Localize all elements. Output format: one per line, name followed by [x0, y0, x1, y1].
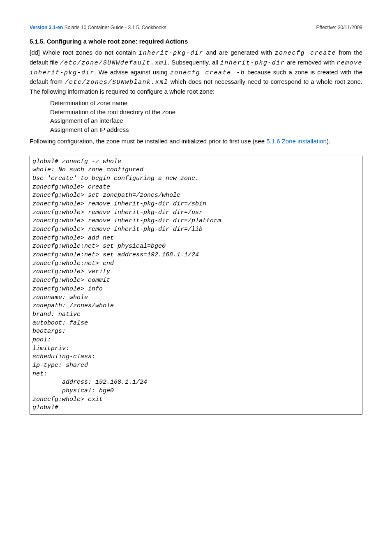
- list-item: Determination of zone name: [50, 99, 362, 108]
- section-heading: 5.1.5. Configuring a whole root zone: re…: [30, 38, 362, 45]
- list-item: Assignment of an IP address: [50, 125, 362, 134]
- page-container: Version 3.1-en Solaris 10 Container Guid…: [0, 0, 392, 555]
- header-title: Solaris 10 Container Guide - 3.1 5. Cook…: [65, 25, 166, 30]
- header-left: Version 3.1-en Solaris 10 Container Guid…: [30, 25, 166, 30]
- code-block: global# zonecfg -z whole whole: No such …: [30, 156, 362, 415]
- list-item: Assignment of an interface: [50, 116, 362, 125]
- paragraph-1: [dd] Whole root zones do not contain inh…: [30, 48, 362, 96]
- p1-text-f: . We advise against using: [95, 69, 170, 76]
- bullet-list: Determination of zone name Determination…: [30, 99, 362, 134]
- p2-text-a: Following configuration, the zone must b…: [30, 138, 266, 145]
- page-header: Version 3.1-en Solaris 10 Container Guid…: [30, 25, 362, 30]
- p1-code-7: /etc/zones/SUNWblank.xml: [65, 79, 168, 86]
- p1-code-2: zonecfg create: [275, 50, 336, 57]
- p2-text-b: ).: [327, 138, 330, 145]
- zone-installation-link[interactable]: 5.1.6 Zone installation: [266, 138, 327, 145]
- version-label: Version 3.1-en: [30, 25, 63, 30]
- p1-code-6: zonecfg create -b: [170, 69, 245, 76]
- list-item: Determination of the root directory of t…: [50, 108, 362, 117]
- paragraph-2: Following configuration, the zone must b…: [30, 137, 362, 146]
- p1-code-3: /etc/zone/SUNWdefault.xml: [60, 60, 168, 67]
- p1-code-4: inherit-pkg-dir: [220, 60, 285, 67]
- p1-text-d: . Subsequently, all: [168, 59, 220, 66]
- p1-text-a: [dd] Whole root zones do not contain: [30, 49, 138, 56]
- p1-text-e: are removed with: [285, 59, 337, 66]
- p1-text-b: and are generated with: [203, 49, 275, 56]
- p1-code-1: inherit-pkg-dir: [138, 50, 203, 57]
- header-right: Effective: 30/11/2009: [316, 25, 362, 30]
